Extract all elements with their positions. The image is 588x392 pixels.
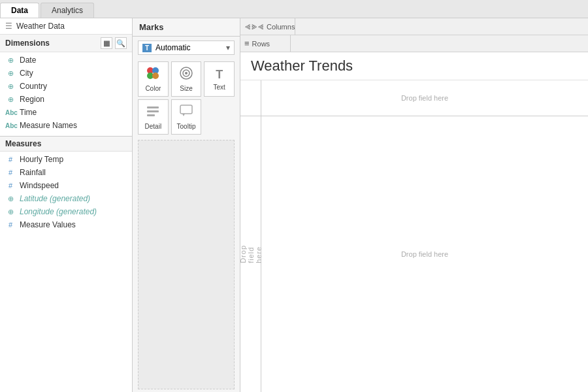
- col-header: Drop field here: [261, 80, 588, 116]
- row-header: Dropfieldhere: [240, 80, 261, 392]
- hash-icon: #: [5, 169, 16, 176]
- viz-inner: Weather Trends Dropfieldhere Drop field …: [240, 52, 588, 392]
- canvas-area: ⫷⫸⫷ Columns ≡ Rows Weather Trends Dropfi…: [240, 18, 588, 392]
- field-rainfall-label: Rainfall: [20, 168, 46, 177]
- marks-type-icon: T: [142, 44, 152, 52]
- size-label: Size: [180, 85, 192, 92]
- rows-shelf-label: ≡ Rows: [244, 39, 290, 48]
- rows-shelf-content[interactable]: [290, 35, 584, 52]
- field-date[interactable]: ⊕ Date: [0, 54, 132, 67]
- dimensions-header: Dimensions ▦ 🔍: [0, 35, 132, 52]
- marks-type-dropdown[interactable]: T Automatic ▾: [138, 41, 235, 55]
- datasource-row[interactable]: ☰ Weather Data: [0, 18, 132, 35]
- measures-field-list: # Hourly Temp # Rainfall # Windspeed ⊕ L…: [0, 152, 132, 233]
- hash-icon: #: [5, 182, 16, 189]
- field-measure-values[interactable]: # Measure Values: [0, 218, 132, 231]
- field-region-label: Region: [20, 95, 44, 104]
- svg-point-3: [152, 73, 159, 79]
- marks-color-button[interactable]: Color: [138, 61, 169, 97]
- dimensions-label: Dimensions: [5, 39, 50, 48]
- measures-header: Measures: [0, 137, 132, 152]
- rows-shelf[interactable]: ≡ Rows: [240, 35, 588, 52]
- svg-point-6: [185, 72, 188, 74]
- drop-field-center[interactable]: Drop field here: [401, 250, 448, 258]
- viz-title[interactable]: Weather Trends: [240, 52, 588, 80]
- columns-shelf-content[interactable]: [295, 18, 584, 35]
- svg-marker-11: [182, 114, 185, 116]
- detail-icon: [146, 104, 160, 121]
- abc-icon: Abc: [5, 109, 16, 116]
- tab-data[interactable]: Data: [0, 3, 39, 18]
- field-country-label: Country: [20, 82, 47, 91]
- datasource-label: Weather Data: [16, 22, 65, 31]
- size-icon: [179, 66, 193, 83]
- rows-shelf-icon: ≡: [244, 39, 250, 48]
- marks-drop-zone: [138, 140, 235, 389]
- marks-header: Marks: [133, 18, 240, 37]
- marks-detail-button[interactable]: Detail: [138, 99, 169, 135]
- field-city[interactable]: ⊕ City: [0, 67, 132, 80]
- text-mark-icon: T: [216, 68, 223, 82]
- rows-label: Rows: [252, 40, 270, 48]
- marks-dropdown-arrow: ▾: [226, 43, 230, 52]
- field-windspeed-label: Windspeed: [20, 181, 59, 190]
- field-hourly-temp[interactable]: # Hourly Temp: [0, 153, 132, 166]
- field-city-label: City: [20, 69, 33, 78]
- hash-icon: #: [5, 155, 16, 163]
- field-time[interactable]: Abc Time: [0, 106, 132, 119]
- marks-panel: Marks T Automatic ▾ Color: [133, 18, 240, 392]
- field-hourly-temp-label: Hourly Temp: [20, 155, 63, 164]
- field-country[interactable]: ⊕ Country: [0, 80, 132, 93]
- marks-size-button[interactable]: Size: [171, 61, 202, 97]
- globe-icon: ⊕: [5, 208, 16, 216]
- field-time-label: Time: [20, 108, 37, 117]
- left-panel: ☰ Weather Data Dimensions ▦ 🔍 ⊕ Date ⊕ C…: [0, 18, 133, 392]
- viz-body: Dropfieldhere Drop field here Drop field…: [240, 80, 588, 392]
- dimensions-field-list: ⊕ Date ⊕ City ⊕ Country ⊕ Region Abc Tim…: [0, 52, 132, 133]
- field-longitude-label: Longitude (generated): [20, 207, 97, 216]
- globe-icon: ⊕: [5, 69, 16, 78]
- text-label: Text: [213, 84, 225, 91]
- globe-icon: ⊕: [5, 195, 16, 203]
- svg-rect-8: [147, 110, 159, 112]
- viz-canvas[interactable]: Drop field here: [261, 116, 588, 392]
- tooltip-label: Tooltip: [177, 123, 196, 130]
- hash-icon: #: [5, 221, 16, 229]
- marks-type-label: Automatic: [155, 43, 190, 52]
- detail-label: Detail: [145, 123, 162, 130]
- columns-label: Columns: [267, 23, 295, 31]
- field-region[interactable]: ⊕ Region: [0, 93, 132, 106]
- viz-main: Drop field here Drop field here: [261, 80, 588, 392]
- globe-icon: ⊕: [5, 56, 16, 65]
- drop-field-top[interactable]: Drop field here: [401, 94, 448, 102]
- svg-rect-7: [147, 106, 159, 108]
- drop-field-left[interactable]: Dropfieldhere: [240, 245, 263, 263]
- globe-icon: ⊕: [5, 82, 16, 91]
- dimensions-search-button[interactable]: 🔍: [115, 37, 127, 49]
- row-header-bottom: Dropfieldhere: [240, 116, 261, 392]
- color-icon: [146, 66, 160, 83]
- datasource-icon: ☰: [5, 22, 12, 31]
- marks-tooltip-button[interactable]: Tooltip: [171, 99, 202, 135]
- columns-shelf[interactable]: ⫷⫸⫷ Columns: [240, 18, 588, 35]
- field-windspeed[interactable]: # Windspeed: [0, 179, 132, 192]
- field-latitude[interactable]: ⊕ Latitude (generated): [0, 192, 132, 205]
- columns-shelf-label: ⫷⫸⫷ Columns: [244, 23, 295, 31]
- field-date-label: Date: [20, 56, 36, 65]
- color-label: Color: [145, 85, 161, 92]
- svg-rect-10: [180, 105, 192, 114]
- field-measure-values-label: Measure Values: [20, 220, 76, 229]
- dimensions-grid-button[interactable]: ▦: [101, 37, 112, 49]
- field-measure-names[interactable]: Abc Measure Names: [0, 119, 132, 132]
- marks-text-button[interactable]: T Text: [204, 61, 235, 97]
- tab-analytics[interactable]: Analytics: [41, 3, 94, 18]
- field-latitude-label: Latitude (generated): [20, 194, 90, 203]
- row-header-top: [240, 80, 261, 116]
- marks-buttons-grid: Color Size T Text: [133, 59, 240, 137]
- measures-section: Measures # Hourly Temp # Rainfall # Wind…: [0, 136, 132, 233]
- field-measure-names-label: Measure Names: [20, 121, 77, 130]
- field-longitude[interactable]: ⊕ Longitude (generated): [0, 205, 132, 218]
- abc-icon: Abc: [5, 122, 16, 129]
- columns-shelf-icon: ⫷⫸⫷: [244, 23, 264, 31]
- field-rainfall[interactable]: # Rainfall: [0, 166, 132, 179]
